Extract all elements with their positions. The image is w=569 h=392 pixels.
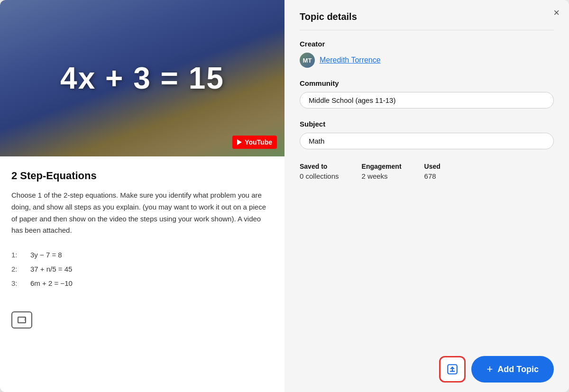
creator-link[interactable]: Meredith Torrence bbox=[320, 56, 381, 64]
modal-container: 4x + 3 = 15 YouTube 2 Step-Equations Cho… bbox=[0, 0, 569, 392]
divider bbox=[300, 30, 554, 30]
topic-description: Choose 1 of the 2-step equations. Make s… bbox=[11, 190, 271, 237]
eq-num-2: 2: bbox=[11, 262, 23, 276]
content-area: 2 Step-Equations Choose 1 of the 2-step … bbox=[0, 156, 284, 304]
eq-val-2: 37 + n/5 = 45 bbox=[30, 262, 72, 276]
plus-icon: + bbox=[486, 364, 493, 374]
community-label: Community bbox=[300, 79, 554, 87]
youtube-label: YouTube bbox=[245, 138, 272, 146]
right-panel: × Topic details Creator MT Meredith Torr… bbox=[284, 0, 569, 392]
used-stat: Used 678 bbox=[424, 163, 441, 180]
equation-row-3: 3: 6m + 2 = −10 bbox=[11, 276, 271, 291]
eq-val-3: 6m + 2 = −10 bbox=[30, 276, 73, 291]
action-bar: + Add Topic bbox=[284, 346, 569, 392]
eq-val-1: 3y − 7 = 8 bbox=[30, 248, 62, 262]
share-icon bbox=[446, 363, 459, 375]
equation-row-2: 2: 37 + n/5 = 45 bbox=[11, 262, 271, 276]
add-topic-button[interactable]: + Add Topic bbox=[471, 356, 554, 383]
stats-row: Saved to 0 collections Engagement 2 week… bbox=[300, 163, 554, 180]
engagement-label: Engagement bbox=[362, 163, 402, 170]
share-button[interactable] bbox=[439, 356, 466, 383]
saved-to-stat: Saved to 0 collections bbox=[300, 163, 339, 180]
equation-row-1: 1: 3y − 7 = 8 bbox=[11, 248, 271, 262]
youtube-badge: YouTube bbox=[232, 136, 277, 149]
saved-to-label: Saved to bbox=[300, 163, 339, 170]
subject-pill: Math bbox=[300, 133, 554, 149]
engagement-stat: Engagement 2 weeks bbox=[362, 163, 402, 180]
eq-num-1: 1: bbox=[11, 248, 23, 262]
media-attachment-icon: ♪ bbox=[11, 311, 32, 328]
used-value: 678 bbox=[424, 172, 441, 180]
add-topic-label: Add Topic bbox=[497, 365, 539, 374]
eq-num-3: 3: bbox=[11, 276, 23, 291]
saved-to-value: 0 collections bbox=[300, 172, 339, 180]
used-label: Used bbox=[424, 163, 441, 170]
creator-avatar: MT bbox=[300, 53, 315, 68]
creator-row: MT Meredith Torrence bbox=[300, 53, 554, 68]
equations-list: 1: 3y − 7 = 8 2: 37 + n/5 = 45 3: 6m + 2… bbox=[11, 248, 271, 291]
video-math-expression: 4x + 3 = 15 bbox=[60, 61, 224, 96]
left-panel: 4x + 3 = 15 YouTube 2 Step-Equations Cho… bbox=[0, 0, 284, 392]
engagement-value: 2 weeks bbox=[362, 172, 402, 180]
sound-icon: ♪ bbox=[24, 316, 26, 321]
close-button[interactable]: × bbox=[553, 8, 560, 18]
screen-icon: ♪ bbox=[18, 317, 26, 323]
community-pill: Middle School (ages 11-13) bbox=[300, 92, 554, 109]
video-thumbnail: 4x + 3 = 15 YouTube bbox=[0, 0, 284, 156]
creator-label: Creator bbox=[300, 40, 554, 48]
topic-title: 2 Step-Equations bbox=[11, 170, 271, 182]
youtube-play-icon bbox=[237, 139, 242, 145]
media-icon-bar: ♪ bbox=[0, 304, 284, 340]
subject-label: Subject bbox=[300, 120, 554, 128]
panel-title: Topic details bbox=[300, 11, 554, 22]
